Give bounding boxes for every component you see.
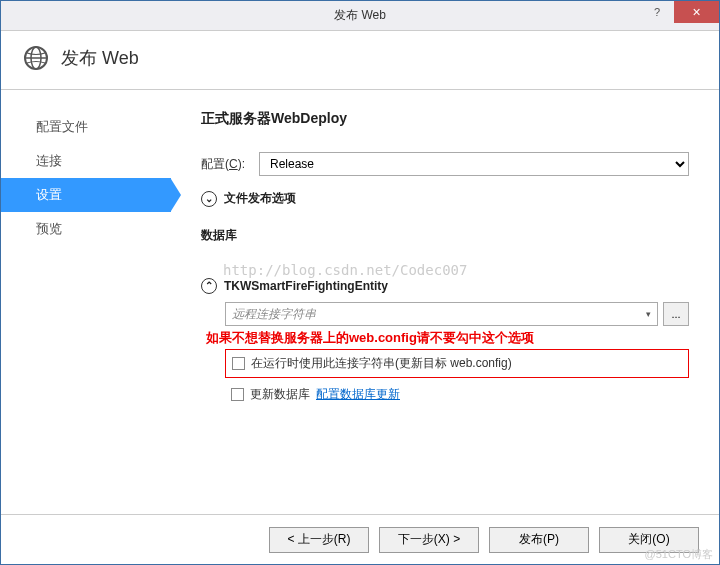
main-panel: 正式服务器WebDeploy 配置(C): Release ⌄ 文件发布选项 数… — [171, 90, 719, 532]
footer: < 上一步(R) 下一步(X) > 发布(P) 关闭(O) — [1, 514, 719, 564]
database-section-title: 数据库 — [201, 227, 689, 244]
chevron-down-icon: ▾ — [646, 309, 651, 319]
update-database-checkbox-row[interactable]: 更新数据库 配置数据库更新 — [225, 381, 689, 408]
sidebar: 配置文件 连接 设置 预览 — [1, 90, 171, 532]
browse-button[interactable]: ... — [663, 302, 689, 326]
chevron-up-icon: ⌃ — [201, 278, 217, 294]
file-publish-label: 文件发布选项 — [224, 190, 296, 207]
config-row: 配置(C): Release — [201, 152, 689, 176]
next-button[interactable]: 下一步(X) > — [379, 527, 479, 553]
dialog-header: 发布 Web — [1, 31, 719, 90]
header-title: 发布 Web — [61, 46, 139, 70]
sidebar-item-profile[interactable]: 配置文件 — [1, 110, 171, 144]
runtime-connstring-checkbox-row[interactable]: 在运行时使用此连接字符串(更新目标 web.config) — [225, 349, 689, 378]
entity-name: TKWSmartFireFightingEntity — [224, 279, 388, 293]
checkbox2-label: 更新数据库 — [250, 386, 310, 403]
checkbox1-label: 在运行时使用此连接字符串(更新目标 web.config) — [251, 355, 512, 372]
prev-button[interactable]: < 上一步(R) — [269, 527, 369, 553]
watermark-text: http://blog.csdn.net/Codec007 — [223, 262, 689, 278]
connection-string-row: 远程连接字符串 ▾ ... — [225, 302, 689, 326]
profile-title: 正式服务器WebDeploy — [201, 110, 689, 128]
chevron-down-icon: ⌄ — [201, 191, 217, 207]
sidebar-item-connection[interactable]: 连接 — [1, 144, 171, 178]
globe-icon — [23, 45, 49, 71]
sidebar-item-settings[interactable]: 设置 — [1, 178, 171, 212]
close-button[interactable]: × — [674, 1, 719, 23]
entity-expand-row[interactable]: ⌃ TKWSmartFireFightingEntity — [201, 278, 689, 294]
titlebar-buttons: ? × — [640, 1, 719, 23]
checkbox-icon[interactable] — [232, 357, 245, 370]
help-button[interactable]: ? — [640, 1, 674, 23]
titlebar-title: 发布 Web — [334, 7, 386, 24]
annotation-text: 如果不想替换服务器上的web.config请不要勾中这个选项 — [206, 329, 689, 347]
config-label: 配置(C): — [201, 156, 253, 173]
connection-string-combo[interactable]: 远程连接字符串 ▾ — [225, 302, 658, 326]
checkbox-icon[interactable] — [231, 388, 244, 401]
config-select[interactable]: Release — [259, 152, 689, 176]
sidebar-item-preview[interactable]: 预览 — [1, 212, 171, 246]
titlebar: 发布 Web ? × — [1, 1, 719, 31]
content-area: 配置文件 连接 设置 预览 正式服务器WebDeploy 配置(C): Rele… — [1, 90, 719, 532]
config-db-update-link[interactable]: 配置数据库更新 — [316, 386, 400, 403]
publish-button[interactable]: 发布(P) — [489, 527, 589, 553]
combo-placeholder: 远程连接字符串 — [232, 306, 316, 323]
file-publish-options[interactable]: ⌄ 文件发布选项 — [201, 190, 689, 207]
corner-watermark: @51CTO博客 — [645, 547, 713, 562]
